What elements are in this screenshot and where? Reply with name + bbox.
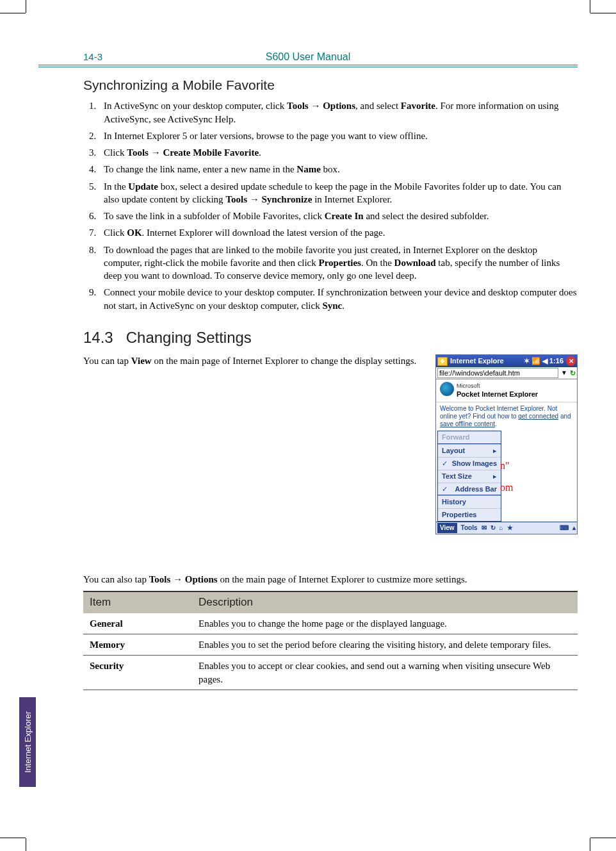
get-connected-link[interactable]: get connected <box>518 413 558 420</box>
desc-memory: Enables you to set the period before cle… <box>192 634 578 656</box>
menu-layout[interactable]: Layout <box>438 444 501 457</box>
step-2: In Internet Explorer 5 or later versions… <box>99 129 578 142</box>
menu-forward: Forward <box>438 431 501 443</box>
step-6: To save the link in a subfolder of Mobil… <box>99 210 578 222</box>
step-9: Connect your mobile device to your deskt… <box>99 286 578 312</box>
menu-address-bar[interactable]: Address Bar <box>438 483 501 495</box>
item-general: General <box>83 613 192 634</box>
chapter-tab: Internet Explorer <box>19 697 36 787</box>
window-titlebar: ❖ Internet Explore ✶ 📶 ◀ 1:16 ✕ <box>436 355 577 367</box>
bg-text-2: om <box>500 481 513 495</box>
item-security: Security <box>83 656 192 690</box>
table-row: General Enables you to change the home p… <box>83 613 578 634</box>
start-flag-icon[interactable]: ❖ <box>437 357 448 366</box>
settings-intro: You can tap View on the main page of Int… <box>83 354 423 367</box>
welcome-text: Welcome to Pocket Internet Explorer. Not… <box>436 402 577 431</box>
step-3: Click Tools → Create Mobile Favorite. <box>99 146 578 159</box>
menu-show-images[interactable]: Show Images <box>438 457 501 470</box>
menu-text-size[interactable]: Text Size <box>438 470 501 483</box>
menu-history[interactable]: History <box>438 495 501 508</box>
step-4: To change the link name, enter a new nam… <box>99 163 578 176</box>
toolbar-send-icon[interactable]: ✉ <box>482 524 487 533</box>
desc-security: Enables you to accept or clear cookies, … <box>192 656 578 690</box>
step-8: To download the pages that are linked to… <box>99 244 578 283</box>
toolbar-keyboard-icon[interactable]: ⌨ <box>560 524 569 533</box>
window-title: Internet Explore <box>450 356 521 366</box>
options-table: Item Description General Enables you to … <box>83 591 578 690</box>
sync-heading: Synchronizing a Mobile Favorite <box>83 76 578 94</box>
page-number: 14-3 <box>83 51 102 62</box>
address-bar: ▼ ↻ <box>436 367 577 379</box>
sync-steps: In ActiveSync on your desktop computer, … <box>83 99 578 312</box>
pocket-ie-screenshot: ❖ Internet Explore ✶ 📶 ◀ 1:16 ✕ ▼ ↻ Micr… <box>435 354 578 534</box>
tools-button[interactable]: Tools <box>461 524 478 533</box>
brand-box: Microsoft Pocket Internet Explorer <box>436 379 577 402</box>
th-item: Item <box>83 591 192 613</box>
brand-big: Pocket Internet Explorer <box>440 390 573 399</box>
brand-small: Microsoft <box>440 382 573 390</box>
options-intro: You can also tap Tools → Options on the … <box>83 573 578 586</box>
status-icons: ✶ 📶 ◀ 1:16 <box>524 356 563 366</box>
table-row: Security Enables you to accept or clear … <box>83 656 578 690</box>
save-offline-link[interactable]: save offline content <box>440 420 495 427</box>
step-1: In ActiveSync on your desktop computer, … <box>99 99 578 126</box>
go-icon[interactable]: ↻ <box>570 368 576 378</box>
close-icon[interactable]: ✕ <box>566 356 576 366</box>
url-input[interactable] <box>437 368 558 378</box>
table-row: Memory Enables you to set the period bef… <box>83 634 578 656</box>
step-7: Click OK. Internet Explorer will downloa… <box>99 226 578 239</box>
manual-title: S600 User Manual <box>266 51 351 63</box>
section-heading: 14.3Changing Settings <box>83 327 578 348</box>
toolbar-home-icon[interactable]: ⌂ <box>499 524 503 533</box>
toolbar-up-icon[interactable]: ▴ <box>572 524 576 533</box>
th-desc: Description <box>192 591 578 613</box>
view-button[interactable]: View <box>437 523 457 533</box>
menu-properties[interactable]: Properties <box>438 508 501 521</box>
item-memory: Memory <box>83 634 192 656</box>
dropdown-icon[interactable]: ▼ <box>561 368 567 377</box>
desc-general: Enables you to change the home page or t… <box>192 613 578 634</box>
bottom-toolbar: View Tools ✉ ↻ ⌂ ★ ⌨ ▴ <box>436 522 577 534</box>
page-header: 14-3 S600 User Manual <box>38 51 578 67</box>
view-menu: Forward Layout Show Images Text Size Add… <box>437 431 501 522</box>
toolbar-fav-icon[interactable]: ★ <box>507 524 513 533</box>
toolbar-refresh-icon[interactable]: ↻ <box>490 524 496 533</box>
bg-text-1: n" <box>500 459 510 473</box>
step-5: In the Update box, select a desired upda… <box>99 180 578 206</box>
